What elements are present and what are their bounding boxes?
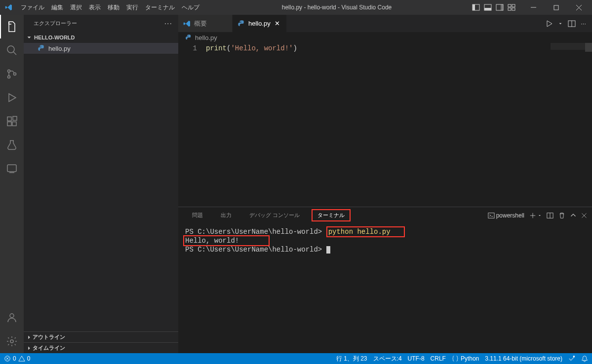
svg-point-39 xyxy=(573,356,575,358)
panel-tab-problems[interactable]: 問題 xyxy=(186,209,209,221)
run-file-icon[interactable] xyxy=(545,20,553,28)
close-panel-icon[interactable] xyxy=(581,213,587,218)
panel-tab-terminal[interactable]: ターミナル xyxy=(312,209,351,221)
svg-point-26 xyxy=(10,340,13,343)
terminal-shell-select[interactable]: powershell xyxy=(488,212,524,219)
menu-terminal[interactable]: ターミナル xyxy=(142,0,178,15)
braces-icon xyxy=(452,355,459,362)
tab-welcome[interactable]: 概要 ✕ xyxy=(178,15,233,32)
panel: 問題 出力 デバッグ コンソール ターミナル powershell xyxy=(178,207,592,353)
sidebar-more-icon[interactable]: ··· xyxy=(164,19,172,28)
activity-bar xyxy=(0,15,24,353)
scrollbar[interactable] xyxy=(585,43,592,207)
project-root[interactable]: HELLO-WORLD xyxy=(24,32,178,43)
tab-close-icon[interactable]: ✕ xyxy=(274,20,281,28)
split-terminal-icon[interactable] xyxy=(547,212,553,219)
run-debug-icon[interactable] xyxy=(0,86,24,109)
menu-help[interactable]: ヘルプ xyxy=(178,0,203,15)
minimap[interactable] xyxy=(551,43,585,50)
menu-view[interactable]: 表示 xyxy=(85,0,104,15)
code-line[interactable]: print('Hello, world!') xyxy=(206,43,592,207)
menu-run[interactable]: 実行 xyxy=(123,0,142,15)
terminal-cursor xyxy=(326,246,330,254)
status-errors[interactable]: 0 0 xyxy=(4,355,30,362)
svg-rect-21 xyxy=(12,122,16,126)
breadcrumb[interactable]: hello.py xyxy=(178,32,592,43)
menu-go[interactable]: 移動 xyxy=(104,0,123,15)
settings-icon[interactable] xyxy=(0,329,24,353)
app-logo-icon xyxy=(0,3,17,11)
minimize-button[interactable] xyxy=(522,0,545,15)
terminal-command: python hello.py xyxy=(328,228,391,236)
maximize-panel-icon[interactable] xyxy=(570,213,576,218)
source-control-icon[interactable] xyxy=(0,62,24,86)
error-icon xyxy=(4,355,11,362)
file-name: hello.py xyxy=(48,45,71,52)
terminal-output: Hello, world! xyxy=(185,237,239,245)
run-dropdown-icon[interactable] xyxy=(558,21,563,26)
status-eol[interactable]: CRLF xyxy=(431,355,446,362)
python-icon xyxy=(38,44,45,52)
search-icon[interactable] xyxy=(0,38,24,62)
editor-area: 概要 ✕ hello.py ✕ ··· hello.py 1 print('He… xyxy=(178,15,592,353)
terminal-icon xyxy=(488,212,495,219)
svg-point-16 xyxy=(8,70,10,73)
svg-line-15 xyxy=(13,52,16,55)
customize-layout-icon[interactable] xyxy=(506,2,517,13)
outline-section[interactable]: アウトライン xyxy=(24,331,178,342)
toggle-primary-sidebar-icon[interactable] xyxy=(471,2,481,13)
status-feedback-icon[interactable] xyxy=(568,355,575,362)
svg-rect-9 xyxy=(512,8,515,10)
menu-edit[interactable]: 編集 xyxy=(48,0,67,15)
status-line-col[interactable]: 行 1、列 23 xyxy=(336,355,367,363)
explorer-icon[interactable] xyxy=(0,15,24,38)
warning-icon xyxy=(18,355,25,362)
status-encoding[interactable]: UTF-8 xyxy=(408,355,425,362)
maximize-button[interactable] xyxy=(545,0,567,15)
explorer-sidebar: エクスプローラー ··· HELLO-WORLD hello.py アウトライン… xyxy=(24,15,178,353)
accounts-icon[interactable] xyxy=(0,306,24,329)
svg-rect-23 xyxy=(7,165,16,172)
extensions-icon[interactable] xyxy=(0,109,24,133)
svg-rect-3 xyxy=(484,8,491,10)
new-terminal-icon[interactable] xyxy=(529,212,542,219)
menu-bar: ファイル 編集 選択 表示 移動 実行 ターミナル ヘルプ xyxy=(17,0,203,15)
status-language[interactable]: Python xyxy=(452,355,479,362)
testing-icon[interactable] xyxy=(0,133,24,157)
remote-icon[interactable] xyxy=(0,157,24,181)
terminal[interactable]: PS C:\Users\UserName\hello-world> python… xyxy=(178,223,592,353)
menu-selection[interactable]: 選択 xyxy=(67,0,85,15)
status-notifications-icon[interactable] xyxy=(581,355,588,362)
python-icon xyxy=(185,34,192,41)
editor-more-icon[interactable]: ··· xyxy=(581,20,586,27)
panel-tab-output[interactable]: 出力 xyxy=(215,209,237,221)
vscode-icon xyxy=(183,20,191,28)
code-editor[interactable]: 1 print('Hello, world!') xyxy=(178,43,592,207)
statusbar: 0 0 行 1、列 23 スペース:4 UTF-8 CRLF Python 3.… xyxy=(0,353,592,364)
panel-tab-debug-console[interactable]: デバッグ コンソール xyxy=(243,209,306,221)
svg-point-14 xyxy=(7,46,14,53)
timeline-section[interactable]: タイムライン xyxy=(24,342,178,353)
file-item[interactable]: hello.py xyxy=(24,43,178,54)
svg-rect-1 xyxy=(473,4,475,10)
menu-file[interactable]: ファイル xyxy=(17,0,48,15)
panel-tabs: 問題 出力 デバッグ コンソール ターミナル powershell xyxy=(178,207,592,223)
svg-point-25 xyxy=(10,314,14,318)
toggle-panel-icon[interactable] xyxy=(482,2,493,13)
status-spaces[interactable]: スペース:4 xyxy=(373,355,402,363)
svg-rect-5 xyxy=(501,4,503,10)
kill-terminal-icon[interactable] xyxy=(558,212,565,219)
close-button[interactable] xyxy=(567,0,590,15)
project-name: HELLO-WORLD xyxy=(34,35,75,40)
status-python-version[interactable]: 3.11.1 64-bit (microsoft store) xyxy=(485,355,562,362)
line-number: 1 xyxy=(178,43,206,207)
toggle-secondary-sidebar-icon[interactable] xyxy=(494,2,505,13)
tab-hello-py[interactable]: hello.py ✕ xyxy=(233,15,287,32)
titlebar: ファイル 編集 選択 表示 移動 実行 ターミナル ヘルプ hello.py -… xyxy=(0,0,592,15)
svg-point-18 xyxy=(14,73,16,75)
svg-point-17 xyxy=(8,76,10,78)
sidebar-title: エクスプローラー xyxy=(34,20,77,27)
svg-rect-8 xyxy=(508,8,511,10)
python-icon xyxy=(237,20,245,28)
split-editor-icon[interactable] xyxy=(568,20,576,28)
